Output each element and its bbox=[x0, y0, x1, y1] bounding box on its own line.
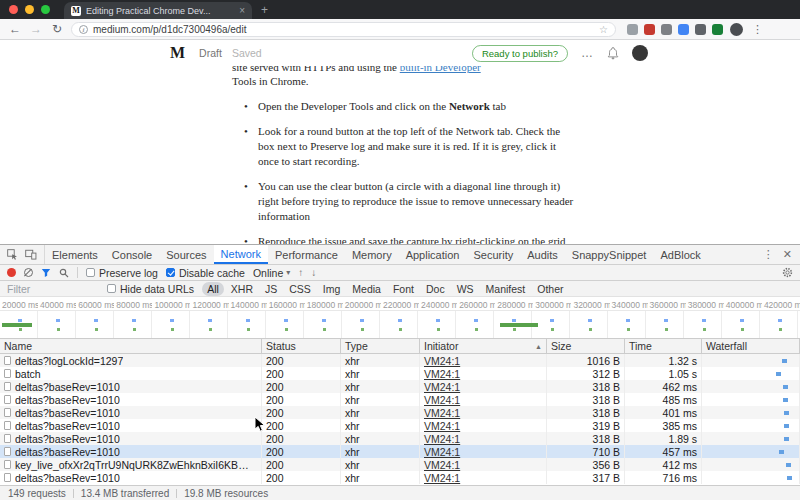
request-status-cell[interactable]: 200 bbox=[262, 445, 341, 458]
devtools-tab[interactable]: SnappySnippet bbox=[565, 245, 654, 264]
request-time-cell[interactable]: 1.32 s bbox=[625, 354, 702, 367]
request-size-cell[interactable]: 318 B bbox=[547, 406, 625, 419]
notifications-bell-icon[interactable] bbox=[607, 47, 619, 60]
extension-icon[interactable] bbox=[712, 24, 723, 35]
network-overview-band[interactable] bbox=[0, 311, 800, 339]
request-time-cell[interactable]: 1.05 s bbox=[625, 367, 702, 380]
filter-pill[interactable]: WS bbox=[452, 282, 479, 296]
request-waterfall-cell[interactable] bbox=[702, 380, 800, 393]
initiator-link[interactable]: VM24:1 bbox=[424, 420, 460, 432]
devtools-close-icon[interactable]: ✕ bbox=[783, 248, 792, 261]
request-size-cell[interactable]: 319 B bbox=[547, 419, 625, 432]
request-status-cell[interactable]: 200 bbox=[262, 471, 341, 484]
request-size-cell[interactable]: 318 B bbox=[547, 393, 625, 406]
initiator-link[interactable]: VM24:1 bbox=[424, 446, 460, 458]
request-status-cell[interactable]: 200 bbox=[262, 367, 341, 380]
request-size-cell[interactable]: 356 B bbox=[547, 458, 625, 471]
request-size-cell[interactable]: 317 B bbox=[547, 471, 625, 484]
column-header-status[interactable]: Status bbox=[262, 339, 341, 353]
request-name-cell[interactable]: deltas?baseRev=1010 bbox=[0, 393, 262, 406]
request-type-cell[interactable]: xhr bbox=[341, 471, 420, 484]
browser-profile-avatar[interactable] bbox=[730, 23, 743, 36]
extension-icon[interactable] bbox=[644, 24, 655, 35]
record-icon[interactable] bbox=[7, 268, 16, 277]
request-waterfall-cell[interactable] bbox=[702, 445, 800, 458]
filter-pill[interactable]: Img bbox=[318, 282, 346, 296]
request-type-cell[interactable]: xhr bbox=[341, 445, 420, 458]
initiator-link[interactable]: VM24:1 bbox=[424, 407, 460, 419]
filter-funnel-icon[interactable] bbox=[41, 268, 51, 278]
request-type-cell[interactable]: xhr bbox=[341, 406, 420, 419]
table-row[interactable]: deltas?baseRev=1010 200 xhr VM24:1 318 B… bbox=[0, 406, 800, 419]
devtools-tab[interactable]: Audits bbox=[520, 245, 565, 264]
device-toolbar-icon[interactable] bbox=[25, 249, 37, 260]
request-time-cell[interactable]: 457 ms bbox=[625, 445, 702, 458]
devtools-more-icon[interactable]: ⋮ bbox=[763, 248, 774, 261]
clear-icon[interactable] bbox=[24, 268, 33, 277]
request-status-cell[interactable]: 200 bbox=[262, 419, 341, 432]
request-waterfall-cell[interactable] bbox=[702, 354, 800, 367]
request-type-cell[interactable]: xhr bbox=[341, 354, 420, 367]
table-row[interactable]: key_live_ofxXr2qTrrU9NqURK8ZwEhknBxiI6KB… bbox=[0, 458, 800, 471]
preserve-log-label[interactable]: Preserve log bbox=[99, 267, 158, 279]
devtools-tab[interactable]: Security bbox=[466, 245, 520, 264]
request-status-cell[interactable]: 200 bbox=[262, 406, 341, 419]
fullscreen-window-button[interactable] bbox=[41, 5, 50, 14]
table-row[interactable]: deltas?logLockId=1297 200 xhr VM24:1 101… bbox=[0, 354, 800, 367]
request-waterfall-cell[interactable] bbox=[702, 406, 800, 419]
address-bar[interactable]: i medium.com/p/d1dc7300496a/edit ☆ bbox=[71, 22, 616, 37]
request-status-cell[interactable]: 200 bbox=[262, 393, 341, 406]
initiator-link[interactable]: VM24:1 bbox=[424, 368, 460, 380]
request-initiator-cell[interactable]: VM24:1 bbox=[420, 432, 547, 445]
back-icon[interactable]: ← bbox=[8, 23, 22, 35]
request-initiator-cell[interactable]: VM24:1 bbox=[420, 380, 547, 393]
request-name-cell[interactable]: key_live_ofxXr2qTrrU9NqURK8ZwEhknBxiI6KB… bbox=[0, 458, 262, 471]
filter-pill[interactable]: Other bbox=[532, 282, 568, 296]
minimize-window-button[interactable] bbox=[25, 5, 34, 14]
request-initiator-cell[interactable]: VM24:1 bbox=[420, 458, 547, 471]
hide-data-urls-checkbox[interactable] bbox=[107, 284, 116, 293]
request-waterfall-cell[interactable] bbox=[702, 432, 800, 445]
filter-pill[interactable]: XHR bbox=[226, 282, 258, 296]
throttling-dropdown[interactable]: Online bbox=[253, 267, 290, 279]
request-waterfall-cell[interactable] bbox=[702, 393, 800, 406]
filter-pill[interactable]: JS bbox=[260, 282, 282, 296]
table-row[interactable]: deltas?baseRev=1010 200 xhr VM24:1 318 B… bbox=[0, 432, 800, 445]
preserve-log-checkbox[interactable] bbox=[86, 268, 95, 277]
devtools-tab[interactable]: Network bbox=[214, 245, 268, 264]
request-initiator-cell[interactable]: VM24:1 bbox=[420, 393, 547, 406]
request-name-cell[interactable]: deltas?baseRev=1010 bbox=[0, 445, 262, 458]
filter-pill[interactable]: All bbox=[202, 282, 224, 296]
export-har-icon[interactable]: ↓ bbox=[311, 268, 316, 278]
request-status-cell[interactable]: 200 bbox=[262, 432, 341, 445]
request-type-cell[interactable]: xhr bbox=[341, 393, 420, 406]
request-time-cell[interactable]: 716 ms bbox=[625, 471, 702, 484]
devtools-tab[interactable]: Elements bbox=[45, 245, 105, 264]
request-type-cell[interactable]: xhr bbox=[341, 419, 420, 432]
filter-pill[interactable]: Media bbox=[347, 282, 386, 296]
extension-icon[interactable] bbox=[695, 24, 706, 35]
filter-pill[interactable]: Font bbox=[388, 282, 419, 296]
request-size-cell[interactable]: 318 B bbox=[547, 432, 625, 445]
column-header-name[interactable]: Name bbox=[0, 339, 262, 353]
chrome-menu-icon[interactable]: ⋮ bbox=[752, 23, 763, 36]
initiator-link[interactable]: VM24:1 bbox=[424, 459, 460, 471]
request-waterfall-cell[interactable] bbox=[702, 471, 800, 484]
initiator-link[interactable]: VM24:1 bbox=[424, 472, 460, 484]
request-initiator-cell[interactable]: VM24:1 bbox=[420, 471, 547, 484]
devtools-tab[interactable]: Performance bbox=[268, 245, 345, 264]
request-time-cell[interactable]: 1.89 s bbox=[625, 432, 702, 445]
filter-pill[interactable]: CSS bbox=[284, 282, 316, 296]
devtools-tab[interactable]: Application bbox=[399, 245, 467, 264]
request-size-cell[interactable]: 1016 B bbox=[547, 354, 625, 367]
browser-tab[interactable]: M Editing Practical Chrome Dev... × bbox=[64, 2, 252, 19]
extension-icon[interactable] bbox=[627, 24, 638, 35]
more-options-icon[interactable]: … bbox=[581, 46, 594, 60]
table-row[interactable]: deltas?baseRev=1010 200 xhr VM24:1 317 B… bbox=[0, 471, 800, 484]
request-size-cell[interactable]: 312 B bbox=[547, 367, 625, 380]
filter-input[interactable] bbox=[7, 283, 99, 295]
request-time-cell[interactable]: 485 ms bbox=[625, 393, 702, 406]
request-status-cell[interactable]: 200 bbox=[262, 458, 341, 471]
column-header-type[interactable]: Type bbox=[341, 339, 420, 353]
article-editor[interactable]: site served with HTTPs and using the bui… bbox=[232, 62, 574, 244]
